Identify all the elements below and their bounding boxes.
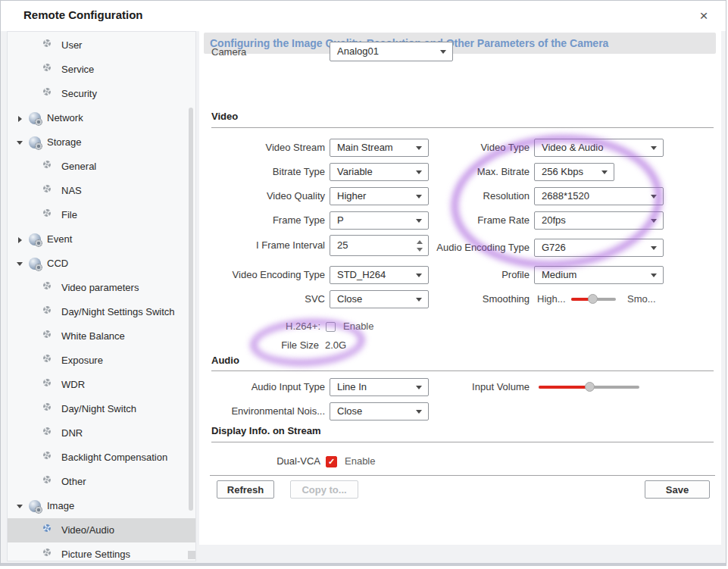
chevron-expanded-icon[interactable] bbox=[17, 141, 23, 145]
video-quality-label: Video Quality bbox=[211, 186, 325, 206]
window-title: Remote Configuration bbox=[23, 8, 143, 21]
smoothing-max-label: Smo... bbox=[627, 289, 656, 309]
sidebar-item-backlight-compensation[interactable]: Backlight Compensation bbox=[8, 446, 195, 470]
refresh-button[interactable]: Refresh bbox=[217, 480, 274, 499]
gear-icon bbox=[43, 330, 51, 338]
gear-icon bbox=[43, 452, 51, 459]
environmental-noise-select[interactable]: Close bbox=[330, 402, 429, 420]
gear-icon bbox=[43, 209, 51, 217]
camera-label: Camera bbox=[211, 42, 302, 62]
h264-plus-checkbox[interactable] bbox=[326, 322, 336, 332]
sidebar-item-other[interactable]: Other bbox=[8, 470, 195, 494]
sidebar-item-security[interactable]: Security bbox=[8, 82, 195, 106]
chevron-collapsed-icon[interactable] bbox=[18, 237, 22, 243]
gear-icon bbox=[43, 306, 51, 314]
resolution-label: Resolution bbox=[378, 186, 530, 206]
chevron-down-icon bbox=[651, 195, 657, 199]
frame-rate-select[interactable]: 20fps bbox=[534, 211, 664, 230]
sidebar-item-general[interactable]: General bbox=[8, 155, 195, 179]
input-volume-slider[interactable] bbox=[539, 386, 639, 389]
smoothing-min-label: High... bbox=[537, 289, 566, 309]
globe-gear-icon bbox=[29, 233, 41, 245]
gear-icon bbox=[43, 64, 51, 71]
sidebar-item-white-balance[interactable]: White Balance bbox=[8, 324, 195, 349]
gear-icon bbox=[43, 88, 51, 95]
svc-label: SVC bbox=[211, 289, 325, 309]
sidebar-item-exposure[interactable]: Exposure bbox=[8, 349, 195, 373]
sidebar-item-day-night-settings-switch[interactable]: Day/Night Settings Switch bbox=[8, 300, 195, 324]
buttons-divider bbox=[210, 475, 715, 476]
gear-icon bbox=[43, 185, 51, 192]
chevron-down-icon bbox=[651, 246, 657, 250]
sidebar-item-wdr[interactable]: WDR bbox=[8, 373, 195, 397]
slider-thumb[interactable] bbox=[588, 294, 598, 304]
chevron-collapsed-icon[interactable] bbox=[18, 116, 22, 122]
slider-fill bbox=[539, 386, 589, 389]
file-size-value: 2.0G bbox=[325, 336, 346, 355]
profile-select[interactable]: Medium bbox=[534, 266, 664, 284]
audio-encoding-type-label: Audio Encoding Type bbox=[378, 238, 530, 258]
environmental-noise-label: Environmental Nois... bbox=[211, 402, 325, 421]
settings-panel: Configuring the Image Quality, Resolutio… bbox=[199, 31, 721, 545]
video-stream-label: Video Stream bbox=[211, 138, 325, 158]
chevron-down-icon bbox=[651, 274, 657, 277]
audio-section-title: Audio bbox=[211, 353, 239, 368]
sidebar-item-ccd[interactable]: CCD bbox=[8, 252, 195, 276]
gear-icon bbox=[43, 549, 51, 556]
video-section-divider bbox=[211, 127, 714, 128]
dual-vca-checkbox[interactable] bbox=[326, 456, 337, 467]
video-type-select[interactable]: Video & Audio bbox=[534, 139, 664, 157]
i-frame-interval-label: I Frame Interval bbox=[211, 236, 325, 255]
sidebar-item-user[interactable]: User bbox=[8, 33, 195, 58]
chevron-expanded-icon[interactable] bbox=[17, 262, 23, 266]
close-button[interactable]: × bbox=[694, 6, 714, 26]
frame-type-label: Frame Type bbox=[211, 211, 325, 230]
slider-thumb[interactable] bbox=[585, 382, 595, 392]
smoothing-label: Smoothing bbox=[378, 289, 530, 309]
sidebar-item-image[interactable]: Image bbox=[8, 494, 195, 518]
video-type-label: Video Type bbox=[378, 138, 530, 158]
sidebar-item-video-parameters[interactable]: Video parameters bbox=[8, 276, 195, 300]
sidebar-item-video-audio[interactable]: Video/Audio bbox=[8, 518, 195, 542]
chevron-down-icon bbox=[440, 50, 446, 54]
sidebar-item-storage[interactable]: Storage bbox=[8, 130, 195, 155]
globe-gear-icon bbox=[29, 112, 41, 124]
sidebar-item-file[interactable]: File bbox=[8, 203, 195, 227]
sidebar-item-service[interactable]: Service bbox=[8, 58, 195, 82]
save-button[interactable]: Save bbox=[645, 480, 710, 499]
sidebar-item-nas[interactable]: NAS bbox=[8, 179, 195, 203]
max-bitrate-label: Max. Bitrate bbox=[378, 162, 530, 182]
gear-icon bbox=[43, 39, 51, 47]
display-section-title: Display Info. on Stream bbox=[211, 424, 320, 439]
gear-icon bbox=[43, 524, 51, 532]
copy-to-button[interactable]: Copy to... bbox=[290, 480, 358, 499]
smoothing-slider[interactable] bbox=[571, 298, 616, 301]
sidebar-item-network[interactable]: Network bbox=[8, 106, 195, 130]
frame-rate-label: Frame Rate bbox=[378, 211, 530, 230]
h264-plus-enable-label: Enable bbox=[343, 317, 373, 336]
sidebar-item-day-night-switch[interactable]: Day/Night Switch bbox=[8, 397, 195, 421]
sidebar-item-picture-settings[interactable]: Picture Settings bbox=[8, 542, 195, 566]
audio-input-type-label: Audio Input Type bbox=[211, 377, 325, 397]
chevron-expanded-icon[interactable] bbox=[17, 505, 23, 508]
camera-select[interactable]: Analog01 bbox=[330, 42, 453, 61]
dual-vca-label: Dual-VCA bbox=[211, 452, 320, 471]
globe-gear-icon bbox=[29, 500, 41, 512]
gear-icon bbox=[43, 427, 51, 435]
sidebar-item-event[interactable]: Event bbox=[8, 227, 195, 252]
audio-section-divider bbox=[211, 370, 714, 371]
h264-plus-label: H.264+: bbox=[211, 317, 320, 336]
remote-configuration-window: Remote Configuration × User Service Secu… bbox=[0, 0, 726, 566]
chevron-down-icon bbox=[651, 146, 657, 150]
gear-icon bbox=[43, 476, 51, 483]
video-encoding-type-label: Video Encoding Type bbox=[211, 265, 325, 285]
gear-icon bbox=[43, 355, 51, 362]
chevron-down-icon bbox=[601, 170, 608, 174]
gear-icon bbox=[43, 282, 51, 289]
resolution-select[interactable]: 2688*1520 bbox=[534, 187, 664, 205]
sidebar-item-dnr[interactable]: DNR bbox=[8, 421, 195, 446]
sidebar-tree: User Service Security Network Storage Ge… bbox=[7, 31, 196, 561]
max-bitrate-select[interactable]: 256 Kbps bbox=[534, 163, 614, 181]
camera-value: Analog01 bbox=[337, 42, 379, 61]
audio-encoding-type-select[interactable]: G726 bbox=[534, 239, 664, 257]
